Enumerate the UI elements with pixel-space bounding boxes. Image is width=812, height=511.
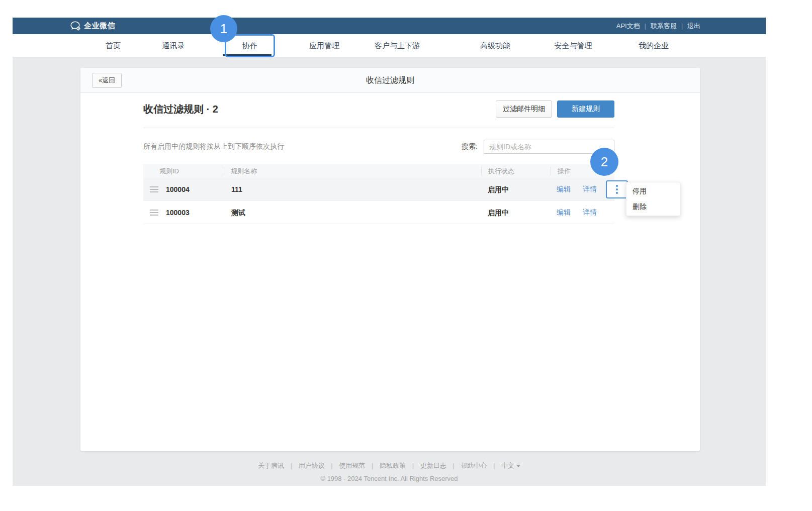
separator: | — [453, 462, 454, 469]
tab-collaboration[interactable]: 协作 — [242, 34, 257, 57]
main-nav: 首页 通讯录 协作 应用管理 客户与上下游 高级功能 安全与管理 我的企业 — [13, 34, 766, 57]
tab-app-management[interactable]: 应用管理 — [309, 34, 339, 57]
about-tencent-link[interactable]: 关于腾讯 — [258, 462, 284, 469]
card-header: «返回 收信过滤规则 — [80, 68, 700, 93]
col-rule-name: 规则名称 — [224, 167, 481, 175]
logo-text: 企业微信 — [84, 21, 115, 31]
col-rule-id: 规则ID — [143, 167, 224, 176]
info-row: 所有启用中的规则将按从上到下顺序依次执行 搜索: — [143, 140, 614, 154]
table-row: 100003 测试 启用中 编辑 详情 — [143, 201, 614, 224]
content-card: «返回 收信过滤规则 收信过滤规则 · 2 过滤邮件明细 新建规则 所有启用中的… — [80, 68, 700, 451]
vertical-ellipsis-icon — [616, 185, 618, 194]
contact-support-link[interactable]: 联系客服 — [651, 22, 677, 31]
rule-id: 100004 — [166, 185, 190, 193]
drag-handle-icon[interactable] — [150, 186, 158, 192]
page-title: 收信过滤规则 — [80, 68, 700, 93]
separator: | — [372, 462, 373, 469]
header-buttons: 过滤邮件明细 新建规则 — [496, 100, 614, 118]
drag-handle-icon[interactable] — [150, 210, 158, 216]
delete-rule-menu-item[interactable]: 删除 — [626, 199, 680, 215]
help-center-link[interactable]: 帮助中心 — [461, 462, 487, 469]
rule-status: 启用中 — [488, 185, 509, 193]
filtered-mail-detail-button[interactable]: 过滤邮件明细 — [496, 100, 552, 118]
search-label: 搜索: — [462, 142, 478, 151]
rules-order-hint: 所有启用中的规则将按从上到下顺序依次执行 — [143, 142, 284, 151]
language-selector[interactable]: 中文 — [501, 462, 520, 469]
disable-rule-menu-item[interactable]: 停用 — [626, 183, 680, 199]
separator: | — [291, 462, 292, 469]
table-header-row: 规则ID 规则名称 执行状态 操作 — [143, 164, 614, 178]
logout-link[interactable]: 退出 — [687, 22, 700, 31]
changelog-link[interactable]: 更新日志 — [420, 462, 446, 469]
edit-link[interactable]: 编辑 — [557, 185, 571, 194]
usage-standards-link[interactable]: 使用规范 — [339, 462, 365, 469]
tab-advanced[interactable]: 高级功能 — [480, 34, 510, 57]
active-tab-underline — [223, 54, 272, 56]
annotation-step-2-badge: 2 — [590, 148, 618, 176]
tab-my-company[interactable]: 我的企业 — [639, 34, 669, 57]
topbar-links: API文档 | 联系客服 | 退出 — [616, 18, 700, 34]
col-status: 执行状态 — [481, 167, 551, 175]
edit-link[interactable]: 编辑 — [557, 208, 571, 217]
separator: | — [681, 23, 683, 30]
rules-table: 规则ID 规则名称 执行状态 操作 100004 111 启用中 编辑 详情 — [143, 164, 614, 224]
chat-bubble-gear-icon — [70, 21, 81, 31]
copyright-text: © 1998 - 2024 Tencent Inc. All Rights Re… — [13, 475, 766, 482]
chevron-down-icon — [516, 465, 520, 467]
footer-links: 关于腾讯 | 用户协议 | 使用规范 | 隐私政策 | 更新日志 | 帮助中心 … — [13, 461, 766, 470]
rule-name: 111 — [231, 185, 242, 193]
separator: | — [645, 23, 646, 30]
rule-name: 测试 — [231, 209, 245, 217]
search-box: 搜索: — [462, 140, 614, 154]
separator: | — [331, 462, 332, 469]
user-agreement-link[interactable]: 用户协议 — [299, 462, 325, 469]
separator: | — [412, 462, 414, 469]
more-actions-button[interactable] — [606, 180, 628, 198]
section-divider — [143, 128, 614, 128]
heading-row: 收信过滤规则 · 2 过滤邮件明细 新建规则 — [143, 100, 614, 118]
new-rule-button[interactable]: 新建规则 — [557, 100, 614, 118]
annotation-step-1-badge: 1 — [210, 15, 237, 42]
top-bar: 企业微信 API文档 | 联系客服 | 退出 — [13, 18, 766, 34]
rule-id: 100003 — [166, 209, 190, 217]
footer: 关于腾讯 | 用户协议 | 使用规范 | 隐私政策 | 更新日志 | 帮助中心 … — [13, 461, 766, 482]
rules-count-heading: 收信过滤规则 · 2 — [143, 103, 218, 116]
privacy-policy-link[interactable]: 隐私政策 — [380, 462, 406, 469]
tab-customers[interactable]: 客户与上下游 — [375, 34, 420, 57]
tab-home[interactable]: 首页 — [106, 34, 121, 57]
wecom-logo: 企业微信 — [70, 18, 115, 34]
detail-link[interactable]: 详情 — [583, 208, 597, 217]
rule-status: 启用中 — [488, 209, 509, 217]
separator: | — [493, 462, 495, 469]
api-docs-link[interactable]: API文档 — [616, 22, 640, 31]
tab-security[interactable]: 安全与管理 — [555, 34, 592, 57]
table-row: 100004 111 启用中 编辑 详情 — [143, 178, 614, 201]
tab-contacts[interactable]: 通讯录 — [162, 34, 185, 57]
detail-link[interactable]: 详情 — [583, 185, 597, 194]
more-actions-dropdown: 停用 删除 — [626, 182, 680, 216]
